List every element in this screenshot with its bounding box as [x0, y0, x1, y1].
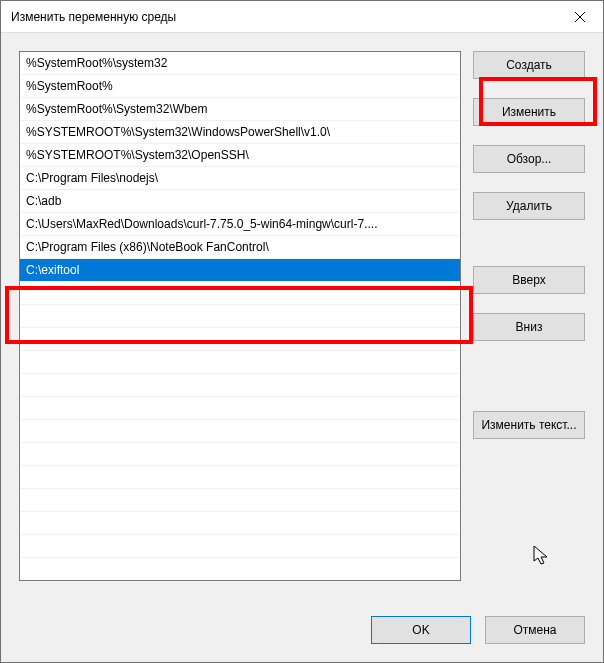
list-item-empty[interactable]	[20, 328, 460, 351]
main-area: %SystemRoot%\system32%SystemRoot%%System…	[19, 51, 585, 596]
listbox-wrapper: %SystemRoot%\system32%SystemRoot%%System…	[19, 51, 461, 596]
list-item[interactable]: C:\adb	[20, 190, 460, 213]
create-button[interactable]: Создать	[473, 51, 585, 79]
list-item[interactable]: %SystemRoot%\system32	[20, 52, 460, 75]
content-area: %SystemRoot%\system32%SystemRoot%%System…	[1, 33, 603, 662]
list-item[interactable]: C:\Program Files\nodejs\	[20, 167, 460, 190]
list-item-empty[interactable]	[20, 397, 460, 420]
list-item-empty[interactable]	[20, 443, 460, 466]
list-item-empty[interactable]	[20, 535, 460, 558]
list-item-empty[interactable]	[20, 282, 460, 305]
close-button[interactable]	[557, 1, 603, 33]
move-up-button[interactable]: Вверх	[473, 266, 585, 294]
edit-button[interactable]: Изменить	[473, 98, 585, 126]
move-down-button[interactable]: Вниз	[473, 313, 585, 341]
close-icon	[575, 12, 585, 22]
button-column: Создать Изменить Обзор... Удалить Вверх …	[473, 51, 585, 596]
list-item[interactable]: %SystemRoot%	[20, 75, 460, 98]
list-item-empty[interactable]	[20, 305, 460, 328]
window-title: Изменить переменную среды	[1, 10, 176, 24]
list-item-empty[interactable]	[20, 466, 460, 489]
cancel-button[interactable]: Отмена	[485, 616, 585, 644]
list-item-empty[interactable]	[20, 489, 460, 512]
list-item[interactable]: C:\Program Files (x86)\NoteBook FanContr…	[20, 236, 460, 259]
list-item[interactable]: %SystemRoot%\System32\Wbem	[20, 98, 460, 121]
ok-button[interactable]: OK	[371, 616, 471, 644]
delete-button[interactable]: Удалить	[473, 192, 585, 220]
dialog-buttons: OK Отмена	[19, 616, 585, 644]
list-item-empty[interactable]	[20, 512, 460, 535]
browse-button[interactable]: Обзор...	[473, 145, 585, 173]
path-listbox[interactable]: %SystemRoot%\system32%SystemRoot%%System…	[19, 51, 461, 581]
list-item-empty[interactable]	[20, 374, 460, 397]
list-item[interactable]: C:\Users\MaxRed\Downloads\curl-7.75.0_5-…	[20, 213, 460, 236]
list-item[interactable]: %SYSTEMROOT%\System32\WindowsPowerShell\…	[20, 121, 460, 144]
list-item[interactable]: %SYSTEMROOT%\System32\OpenSSH\	[20, 144, 460, 167]
env-var-dialog: Изменить переменную среды %SystemRoot%\s…	[0, 0, 604, 663]
list-item-empty[interactable]	[20, 351, 460, 374]
list-item-empty[interactable]	[20, 420, 460, 443]
edit-text-button[interactable]: Изменить текст...	[473, 411, 585, 439]
list-item[interactable]: C:\exiftool	[20, 259, 460, 282]
titlebar: Изменить переменную среды	[1, 1, 603, 33]
